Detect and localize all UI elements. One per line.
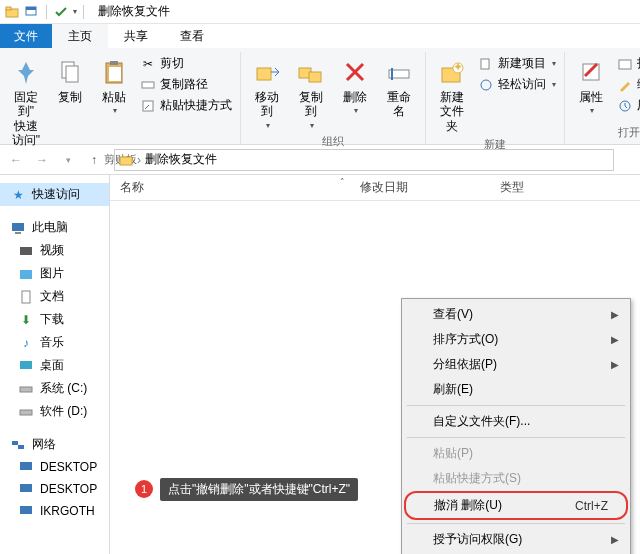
- pc-icon: [18, 503, 34, 519]
- newfolder-button[interactable]: ✦ 新建 文件夹: [432, 54, 472, 135]
- newitem-icon: [478, 56, 494, 72]
- window-title: 删除恢复文件: [98, 3, 170, 20]
- sidebar-downloads[interactable]: ⬇下载: [0, 308, 109, 331]
- newitem-button[interactable]: 新建项目▾: [476, 54, 558, 73]
- svg-rect-34: [18, 445, 24, 449]
- shortcut-icon: [140, 98, 156, 114]
- svg-rect-1: [6, 7, 11, 10]
- svg-rect-35: [20, 462, 32, 470]
- drive-icon: [18, 381, 34, 397]
- sort-indicator-icon: ˄: [340, 177, 345, 187]
- delete-button[interactable]: 删除▾: [335, 54, 375, 118]
- scissors-icon: ✂: [140, 56, 156, 72]
- edit-button[interactable]: 编辑: [615, 75, 640, 94]
- svg-text:✦: ✦: [453, 60, 463, 74]
- copyto-button[interactable]: 复制到▾: [291, 54, 331, 132]
- context-menu: 查看(V)▶ 排序方式(O)▶ 分组依据(P)▶ 刷新(E) 自定义文件夹(F)…: [401, 298, 631, 554]
- ctx-grant-access[interactable]: 授予访问权限(G)▶: [405, 527, 627, 552]
- ctx-shortcut: Ctrl+Z: [575, 499, 608, 513]
- svg-rect-26: [15, 232, 21, 234]
- address-bar[interactable]: › 删除恢复文件: [114, 149, 614, 171]
- ctx-sort[interactable]: 排序方式(O)▶: [405, 327, 627, 352]
- col-name[interactable]: 名称: [110, 179, 350, 196]
- sidebar-desktop[interactable]: 桌面: [0, 354, 109, 377]
- sidebar-drive-d[interactable]: 软件 (D:): [0, 400, 109, 423]
- sidebar-network[interactable]: 网络: [0, 433, 109, 456]
- sidebar-drive-c[interactable]: 系统 (C:): [0, 377, 109, 400]
- svg-rect-3: [26, 7, 36, 10]
- sidebar-pictures[interactable]: 图片: [0, 262, 109, 285]
- music-icon: ♪: [18, 335, 34, 351]
- tab-share[interactable]: 共享: [108, 24, 164, 48]
- ctx-separator: [407, 437, 625, 438]
- svg-rect-27: [20, 247, 32, 255]
- copy-button[interactable]: 复制: [50, 54, 90, 106]
- tab-home[interactable]: 主页: [52, 24, 108, 48]
- nav-up[interactable]: ↑: [82, 148, 106, 172]
- nav-recent[interactable]: ▾: [56, 148, 80, 172]
- easyaccess-button[interactable]: 轻松访问▾: [476, 75, 558, 94]
- folder-icon: [119, 153, 133, 167]
- sidebar-videos[interactable]: 视频: [0, 239, 109, 262]
- pin-button[interactable]: 固定到" 快速访问": [6, 54, 46, 150]
- video-icon: [18, 243, 34, 259]
- tab-view[interactable]: 查看: [164, 24, 220, 48]
- group-label-open: 打开: [571, 123, 640, 144]
- col-type[interactable]: 类型: [490, 179, 640, 196]
- sidebar-net-pc3[interactable]: IKRGOTH: [0, 500, 109, 522]
- ctx-paste: 粘贴(P): [405, 441, 627, 466]
- ctx-refresh[interactable]: 刷新(E): [405, 377, 627, 402]
- sidebar-quick-access[interactable]: ★快速访问: [0, 183, 109, 206]
- pasteshortcut-button[interactable]: 粘贴快捷方式: [138, 96, 234, 115]
- ctx-separator: [407, 405, 625, 406]
- svg-rect-29: [22, 291, 30, 303]
- edit-icon: [617, 77, 633, 93]
- ctx-undo-delete[interactable]: 撤消 删除(U)Ctrl+Z: [404, 491, 628, 520]
- paste-button[interactable]: 粘贴 ▾: [94, 54, 134, 118]
- sidebar-documents[interactable]: 文档: [0, 285, 109, 308]
- download-icon: ⬇: [18, 312, 34, 328]
- ribbon-group-open: 属性▾ 打开▾ 编辑 历史记录 打开: [565, 52, 640, 144]
- open-button[interactable]: 打开▾: [615, 54, 640, 73]
- paste-icon: [98, 56, 130, 88]
- pin-label: 固定到" 快速访问": [10, 90, 42, 148]
- svg-rect-32: [20, 410, 32, 415]
- qat-check-icon[interactable]: [53, 4, 69, 20]
- chevron-right-icon: ▶: [611, 534, 619, 545]
- breadcrumb-folder[interactable]: 删除恢复文件: [145, 151, 217, 168]
- history-icon: [617, 98, 633, 114]
- qat-save-icon[interactable]: [24, 4, 40, 20]
- pc-icon: [18, 481, 34, 497]
- cut-button[interactable]: ✂剪切: [138, 54, 234, 73]
- chevron-right-icon[interactable]: ›: [137, 153, 141, 167]
- rename-button[interactable]: 重命名: [379, 54, 419, 121]
- titlebar: ▾ 删除恢复文件: [0, 0, 640, 24]
- menubar: 文件 主页 共享 查看: [0, 24, 640, 48]
- ribbon: 固定到" 快速访问" 复制 粘贴 ▾ ✂剪切 复制路径 粘贴快捷方式 剪贴板: [0, 48, 640, 145]
- svg-rect-13: [309, 72, 321, 82]
- paste-label: 粘贴: [102, 90, 126, 104]
- nav-back[interactable]: ←: [4, 148, 28, 172]
- svg-rect-31: [20, 387, 32, 392]
- sidebar-this-pc[interactable]: 此电脑: [0, 216, 109, 239]
- ribbon-group-organize: 移动到▾ 复制到▾ 删除▾ 重命名 组织: [241, 52, 426, 144]
- pictures-icon: [18, 266, 34, 282]
- sidebar-net-pc2[interactable]: DESKTOP: [0, 478, 109, 500]
- properties-icon: [575, 56, 607, 88]
- svg-rect-37: [20, 506, 32, 514]
- sidebar-net-pc1[interactable]: DESKTOP: [0, 456, 109, 478]
- history-button[interactable]: 历史记录: [615, 96, 640, 115]
- col-date[interactable]: 修改日期: [350, 179, 490, 196]
- ctx-customize[interactable]: 自定义文件夹(F)...: [405, 409, 627, 434]
- copy-label: 复制: [58, 90, 82, 104]
- properties-button[interactable]: 属性▾: [571, 54, 611, 118]
- pc-icon: [10, 220, 26, 236]
- moveto-button[interactable]: 移动到▾: [247, 54, 287, 132]
- tab-file[interactable]: 文件: [0, 24, 52, 48]
- copypath-button[interactable]: 复制路径: [138, 75, 234, 94]
- sidebar-music[interactable]: ♪音乐: [0, 331, 109, 354]
- ctx-view[interactable]: 查看(V)▶: [405, 302, 627, 327]
- qat-dropdown-icon[interactable]: ▾: [73, 7, 77, 16]
- moveto-label: 移动到: [251, 90, 283, 119]
- ctx-group[interactable]: 分组依据(P)▶: [405, 352, 627, 377]
